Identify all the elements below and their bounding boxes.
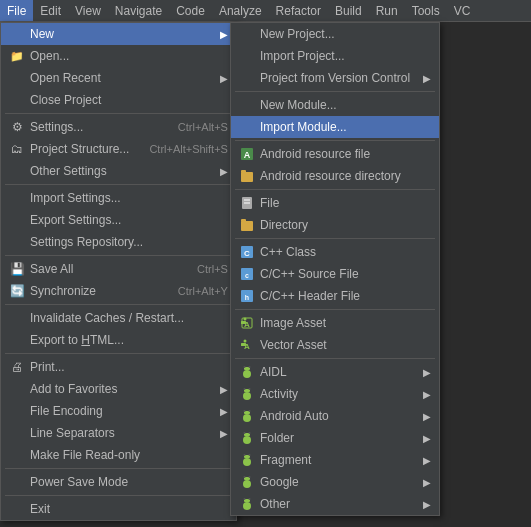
svg-point-28	[244, 388, 246, 390]
project-from-vcs[interactable]: Project from Version Control ▶	[231, 67, 439, 89]
menu-run[interactable]: Run	[369, 0, 405, 21]
menu-navigate[interactable]: Navigate	[108, 0, 169, 21]
svg-point-49	[249, 498, 251, 500]
save-icon: 💾	[9, 261, 25, 277]
blank-icon13	[9, 474, 25, 490]
file-new[interactable]: New ▶	[1, 23, 236, 45]
blank-icon5	[9, 212, 25, 228]
menu-tools[interactable]: Tools	[405, 0, 447, 21]
new-project[interactable]: New Project...	[231, 23, 439, 45]
aidl[interactable]: AIDL ▶	[231, 361, 439, 383]
structure-icon: 🗂	[9, 141, 25, 157]
svg-point-44	[244, 476, 246, 478]
file-make-readonly[interactable]: Make File Read-only	[1, 444, 236, 466]
other[interactable]: Other ▶	[231, 493, 439, 515]
svg-point-24	[244, 366, 246, 368]
menu-build[interactable]: Build	[328, 0, 369, 21]
file-close-project[interactable]: Close Project	[1, 89, 236, 111]
svg-point-36	[244, 432, 246, 434]
cpp-class-icon: C	[239, 244, 255, 260]
new-directory[interactable]: Directory	[231, 214, 439, 236]
menu-view[interactable]: View	[68, 0, 108, 21]
blank-icon-n1	[239, 26, 255, 42]
menu-vc[interactable]: VC	[447, 0, 478, 21]
svg-text:c: c	[245, 272, 249, 279]
file-print[interactable]: 🖨 Print...	[1, 356, 236, 378]
menu-analyze[interactable]: Analyze	[212, 0, 269, 21]
svg-point-33	[249, 410, 251, 412]
svg-point-45	[249, 476, 251, 478]
file-encoding[interactable]: File Encoding ▶	[1, 400, 236, 422]
directory-icon	[239, 217, 255, 233]
file-invalidate-caches[interactable]: Invalidate Caches / Restart...	[1, 307, 236, 329]
cpp-source-file[interactable]: c C/C++ Source File	[231, 263, 439, 285]
file-exit[interactable]: Exit	[1, 498, 236, 520]
activity[interactable]: Activity ▶	[231, 383, 439, 405]
svg-rect-8	[241, 219, 246, 222]
vector-asset-icon: A	[239, 337, 255, 353]
import-project[interactable]: Import Project...	[231, 45, 439, 67]
cpp-header-file[interactable]: h C/C++ Header File	[231, 285, 439, 307]
file-power-save[interactable]: Power Save Mode	[1, 471, 236, 493]
folder-icon: 📁	[9, 48, 25, 64]
svg-point-25	[249, 366, 251, 368]
separator5	[5, 353, 232, 354]
new-folder[interactable]: Folder ▶	[231, 427, 439, 449]
android-resource-dir[interactable]: Android resource directory	[231, 165, 439, 187]
file-save-all[interactable]: 💾 Save All Ctrl+S	[1, 258, 236, 280]
activity-icon	[239, 386, 255, 402]
file-open-recent[interactable]: Open Recent ▶	[1, 67, 236, 89]
svg-text:C: C	[244, 249, 250, 258]
file-add-favorites[interactable]: Add to Favorites ▶	[1, 378, 236, 400]
file-open[interactable]: 📁 Open...	[1, 45, 236, 67]
file-import-settings[interactable]: Import Settings...	[1, 187, 236, 209]
new-file[interactable]: File	[231, 192, 439, 214]
android-auto[interactable]: Android Auto ▶	[231, 405, 439, 427]
android-res-dir-icon	[239, 168, 255, 184]
file-settings-repo[interactable]: Settings Repository...	[1, 231, 236, 253]
separator-n4	[235, 238, 435, 239]
menu-refactor[interactable]: Refactor	[269, 0, 328, 21]
blank-icon-n3	[239, 70, 255, 86]
vector-asset[interactable]: A Vector Asset	[231, 334, 439, 356]
blank-icon3	[9, 163, 25, 179]
svg-rect-7	[241, 221, 253, 231]
cpp-class[interactable]: C C++ Class	[231, 241, 439, 263]
separator-n3	[235, 189, 435, 190]
google[interactable]: Google ▶	[231, 471, 439, 493]
svg-point-26	[243, 392, 251, 400]
file-other-settings[interactable]: Other Settings ▶	[1, 160, 236, 182]
separator7	[5, 495, 232, 496]
image-asset[interactable]: A Image Asset	[231, 312, 439, 334]
menu-file[interactable]: File	[0, 0, 33, 21]
separator2	[5, 184, 232, 185]
file-line-separators[interactable]: Line Separators ▶	[1, 422, 236, 444]
cpp-source-icon: c	[239, 266, 255, 282]
import-module[interactable]: Import Module...	[231, 116, 439, 138]
android-resource-file[interactable]: A Android resource file	[231, 143, 439, 165]
file-export-settings[interactable]: Export Settings...	[1, 209, 236, 231]
blank-icon10	[9, 403, 25, 419]
separator4	[5, 304, 232, 305]
aidl-icon	[239, 364, 255, 380]
svg-point-46	[243, 502, 251, 510]
separator-n5	[235, 309, 435, 310]
file-settings[interactable]: ⚙ Settings... Ctrl+Alt+S	[1, 116, 236, 138]
file-synchronize[interactable]: 🔄 Synchronize Ctrl+Alt+Y	[1, 280, 236, 302]
svg-rect-2	[241, 172, 253, 182]
file-export-html[interactable]: Export to HTML...	[1, 329, 236, 351]
svg-point-34	[243, 436, 251, 444]
separator3	[5, 255, 232, 256]
cpp-header-icon: h	[239, 288, 255, 304]
fragment[interactable]: Fragment ▶	[231, 449, 439, 471]
new-module[interactable]: New Module...	[231, 94, 439, 116]
settings-icon: ⚙	[9, 119, 25, 135]
menu-code[interactable]: Code	[169, 0, 212, 21]
blank-icon-n2	[239, 48, 255, 64]
separator-n2	[235, 140, 435, 141]
blank-icon7	[9, 310, 25, 326]
menu-edit[interactable]: Edit	[33, 0, 68, 21]
separator-n6	[235, 358, 435, 359]
file-project-structure[interactable]: 🗂 Project Structure... Ctrl+Alt+Shift+S	[1, 138, 236, 160]
print-icon: 🖨	[9, 359, 25, 375]
